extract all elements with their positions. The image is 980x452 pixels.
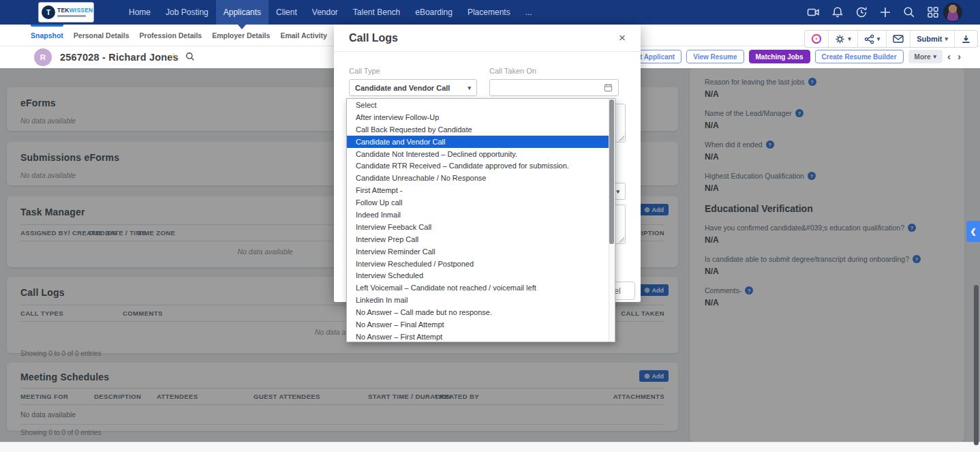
tab[interactable]: Email Activity	[280, 25, 326, 46]
nav-item[interactable]: Talent Bench	[346, 0, 408, 25]
call-type-dropdown-list: SelectAfter interview Follow-UpCall Back…	[346, 98, 615, 342]
nav-item[interactable]: Job Posting	[158, 0, 216, 25]
bell-icon[interactable]	[831, 6, 844, 18]
call-type-select[interactable]: Candidate and Vendor Call	[349, 79, 477, 96]
plus-icon[interactable]	[879, 6, 891, 18]
brand-tek: TEK	[57, 7, 70, 14]
dropdown-option[interactable]: Interview Reminder Call	[347, 245, 615, 258]
nav-item[interactable]: Placements	[460, 0, 518, 25]
nav-item[interactable]: Home	[121, 0, 158, 25]
dropdown-option[interactable]: After interview Follow-Up	[347, 111, 615, 123]
share-menu-button[interactable]	[858, 31, 887, 47]
call-type-label: Call Type	[349, 67, 380, 75]
dropdown-option[interactable]: Interview Feeback Call	[347, 221, 615, 233]
next-record-button[interactable]: ›	[958, 50, 961, 63]
nav-item[interactable]: Vendor	[305, 0, 346, 25]
dropdown-option[interactable]: No Answer – Call made but no response.	[347, 306, 615, 318]
submit-button[interactable]: Submit	[910, 31, 955, 47]
dropdown-option[interactable]: Interview Prep Call	[347, 233, 615, 245]
dropdown-option[interactable]: Candidate and Vendor Call	[347, 136, 615, 148]
apps-grid-icon[interactable]	[927, 6, 939, 18]
tab[interactable]: Personal Details	[74, 25, 129, 46]
dropdown-option[interactable]: Follow Up call	[347, 196, 615, 209]
email-button[interactable]	[887, 31, 910, 47]
dropdown-option[interactable]: Interview Scheduled	[347, 269, 615, 282]
call-logs-modal: Call Logs Call Type Call Taken On Candid…	[334, 25, 641, 302]
footer-bar	[0, 442, 980, 452]
calendar-icon	[604, 83, 613, 92]
main-nav: HomeJob PostingApplicantsClientVendorTal…	[121, 0, 540, 25]
page-scrollbar[interactable]	[974, 285, 979, 445]
nav-item[interactable]: Applicants	[216, 0, 269, 25]
dropdown-option[interactable]: Candidate Unreachable / No Response	[347, 172, 615, 184]
dropdown-option[interactable]: No Answer – First Attempt	[347, 331, 615, 343]
history-icon[interactable]	[855, 6, 868, 18]
dropdown-option[interactable]: Call Back Requested by Candidate	[347, 123, 615, 136]
dropdown-scrollbar-thumb[interactable]	[609, 100, 614, 244]
logo-mark-icon: T	[42, 5, 55, 19]
modal-title: Call Logs	[349, 32, 398, 44]
matching-jobs-button[interactable]: Matching Jobs	[749, 50, 810, 63]
applicant-title: 2567028 - Richard Jones	[60, 52, 179, 63]
view-resume-button[interactable]: View Resume	[686, 50, 744, 63]
settings-menu-button[interactable]	[829, 31, 858, 47]
close-icon[interactable]	[619, 32, 626, 44]
download-button[interactable]	[955, 31, 977, 47]
dropdown-option[interactable]: Select	[347, 99, 615, 111]
more-button[interactable]: More	[908, 50, 943, 63]
panel-collapse-chevron-icon[interactable]	[966, 221, 980, 242]
call-taken-on-label: Call Taken On	[489, 67, 536, 75]
dropdown-option[interactable]: Candidate RTR Received – Candidate appro…	[347, 160, 615, 172]
nav-item[interactable]: eBoarding	[408, 0, 460, 25]
dropdown-option[interactable]: No Answer – Final Attempt	[347, 318, 615, 331]
record-toolbar: Submit	[804, 30, 978, 48]
brand-wissen: WISSEN	[70, 7, 93, 14]
dropdown-option[interactable]: First Attempt -	[347, 184, 615, 196]
search-icon[interactable]	[903, 6, 915, 18]
nav-item[interactable]: Client	[269, 0, 305, 25]
user-avatar[interactable]	[943, 3, 962, 22]
brand-tagline	[57, 15, 86, 17]
create-resume-builder-button[interactable]: Create Resume Builder	[815, 50, 904, 63]
applicant-avatar: R	[34, 48, 52, 66]
app-root: T TEKWISSEN HomeJob PostingApplicantsCli…	[0, 0, 980, 452]
nav-item[interactable]: ...	[518, 0, 540, 25]
prev-record-button[interactable]: ‹	[947, 50, 951, 63]
dropdown-option[interactable]: Linkedin In mail	[347, 294, 615, 306]
dropdown-option[interactable]: Indeed Inmail	[347, 209, 615, 221]
ai-assist-button[interactable]	[805, 31, 829, 47]
tab[interactable]: Profession Details	[140, 25, 202, 46]
favorite-star-icon[interactable]	[169, 50, 178, 63]
tekwissen-logo[interactable]: T TEKWISSEN	[38, 2, 94, 22]
video-icon[interactable]	[807, 6, 820, 18]
dropdown-option[interactable]: Left Voicemail – Candidate not reached /…	[347, 282, 615, 294]
top-navbar: T TEKWISSEN HomeJob PostingApplicantsCli…	[0, 0, 980, 25]
lookup-search-icon[interactable]	[185, 52, 195, 61]
dropdown-option[interactable]: Candidate Not Interested – Declined oppo…	[347, 148, 615, 160]
tab[interactable]: Snapshot	[31, 25, 63, 46]
dropdown-option[interactable]: Interview Rescheduled / Postponed	[347, 258, 615, 270]
call-taken-on-input[interactable]	[489, 79, 619, 96]
